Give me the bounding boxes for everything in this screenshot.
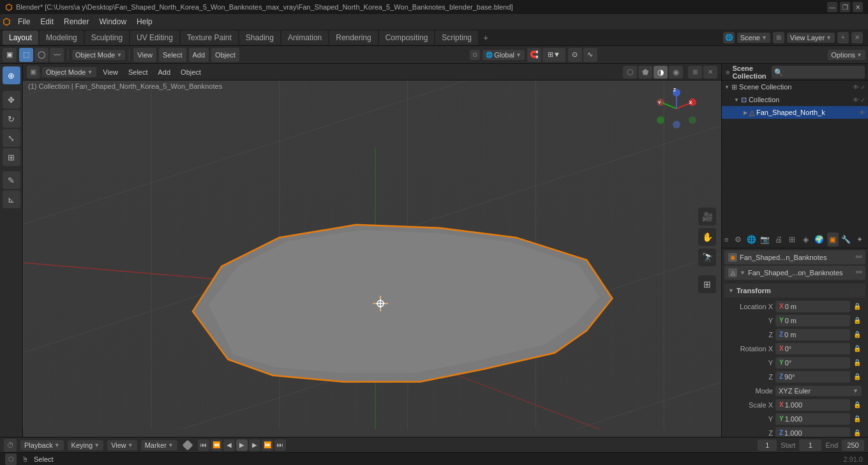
tab-rendering[interactable]: Rendering <box>329 31 377 45</box>
location-z-value[interactable]: Z 0 m <box>775 329 850 340</box>
close-button[interactable]: ✕ <box>853 2 863 12</box>
jump-start-button[interactable]: ⏮ <box>198 439 209 451</box>
viewport-overlay-button[interactable]: ⊞ <box>688 66 702 79</box>
proportional-falloff-icon[interactable]: ∿ <box>583 48 597 62</box>
tab-sculpting[interactable]: Sculpting <box>85 31 129 45</box>
timeline-editor-icon[interactable]: ⏱ <box>4 439 17 452</box>
viewport-mode-dropdown[interactable]: Object Mode ▼ <box>42 67 96 77</box>
transform-options-icon[interactable]: ⋮⋮ <box>850 287 862 294</box>
view-dropdown[interactable]: View ▼ <box>107 440 137 450</box>
scale-z-lock-icon[interactable]: 🔒 <box>853 429 862 438</box>
box-select-tool[interactable]: ⬚ <box>19 48 33 62</box>
xray-toggle[interactable]: ✕ <box>703 66 717 79</box>
object-tab-active[interactable]: ▣ <box>827 232 839 247</box>
solid-shading-button[interactable]: ⬟ <box>638 66 652 79</box>
outliner-body[interactable]: ▼ ⊞ Scene Collection 👁 ✓ ▼ ⊡ Collection … <box>722 80 868 232</box>
rotation-x-lock-icon[interactable]: 🔒 <box>853 344 862 353</box>
scale-y-value[interactable]: Y 1.000 <box>775 413 850 425</box>
playback-dropdown[interactable]: Playback ▼ <box>20 440 64 450</box>
scale-tool-button[interactable]: ⤡ <box>3 129 20 147</box>
rotation-z-value[interactable]: Z 90° <box>775 371 850 383</box>
add-workspace-tab[interactable]: + <box>479 31 492 44</box>
outliner-editor-icon[interactable]: ≡ <box>726 68 730 76</box>
object-name-fake-user[interactable]: ⚯ <box>856 253 862 261</box>
tab-uv-editing[interactable]: UV Editing <box>130 31 179 45</box>
location-x-lock-icon[interactable]: 🔒 <box>853 302 862 311</box>
menu-file[interactable]: File <box>13 16 35 27</box>
location-x-value[interactable]: X 0 m <box>775 301 850 312</box>
transform-tool-button[interactable]: ⊞ <box>3 148 20 166</box>
next-keyframe-button[interactable]: ⏩ <box>262 439 273 451</box>
start-frame-input[interactable] <box>799 439 821 451</box>
scale-x-lock-icon[interactable]: 🔒 <box>853 400 862 409</box>
rotation-y-lock-icon[interactable]: 🔒 <box>853 358 862 367</box>
menu-help[interactable]: Help <box>131 16 158 27</box>
proportional-off-icon[interactable]: ⊙ <box>568 48 582 62</box>
rotate-tool-button[interactable]: ↻ <box>3 110 20 128</box>
viewport-select-menu[interactable]: Select <box>124 67 152 77</box>
outliner-item-scene-collection[interactable]: ▼ ⊞ Scene Collection 👁 ✓ <box>722 80 868 93</box>
visibility-icon[interactable]: 👁 <box>853 84 859 91</box>
outliner-item-fan-shaped[interactable]: ▶ △ Fan_Shaped_North_k 👁 <box>722 106 868 119</box>
rendered-shading-button[interactable]: ◉ <box>669 66 683 79</box>
tab-texture-paint[interactable]: Texture Paint <box>181 31 238 45</box>
material-preview-button[interactable]: ◑ <box>654 66 668 79</box>
play-button[interactable]: ▶ <box>236 439 248 451</box>
viewport-view-menu[interactable]: View <box>99 67 122 77</box>
add-viewlayer-button[interactable]: + <box>837 32 849 43</box>
editor-type-menu[interactable]: ▣ <box>27 66 40 79</box>
viewport-add-menu[interactable]: Add <box>154 67 175 77</box>
viewlayer-options-button[interactable]: ✕ <box>851 32 863 43</box>
view-menu-button[interactable]: View <box>133 48 156 62</box>
menu-render[interactable]: Render <box>59 16 94 27</box>
next-frame-button[interactable]: ▶ <box>249 439 260 451</box>
annotate-tool-button[interactable]: ✎ <box>3 171 20 189</box>
data-block-dropdown-arrow[interactable]: ▼ <box>740 270 745 276</box>
rotation-y-value[interactable]: Y 0° <box>775 357 850 369</box>
proportional-edit-icon[interactable]: ⊙ <box>470 50 480 60</box>
snap-toggle[interactable]: 🧲 <box>527 48 541 62</box>
data-block-link-icon[interactable]: ⚯ <box>856 268 862 277</box>
exclude-icon[interactable]: ✓ <box>860 84 865 91</box>
rotation-mode-dropdown[interactable]: XYZ Euler ▼ <box>775 386 862 396</box>
viewlayer-dropdown[interactable]: View Layer ▼ <box>787 33 835 43</box>
maximize-button[interactable]: ❐ <box>840 2 850 12</box>
menu-window[interactable]: Window <box>94 16 131 27</box>
prev-frame-button[interactable]: ◀ <box>223 439 235 451</box>
view-layer-tab[interactable]: ⊞ <box>786 232 798 247</box>
world-tab[interactable]: 🌍 <box>813 232 825 247</box>
toggle-overlays-button[interactable]: ⊞ <box>698 275 716 293</box>
active-tool-tab[interactable]: ⚙ <box>732 232 744 247</box>
tab-animation[interactable]: Animation <box>281 31 328 45</box>
location-z-lock-icon[interactable]: 🔒 <box>853 330 862 339</box>
outliner-item-collection[interactable]: ▼ ⊡ Collection 👁 ✓ <box>722 93 868 106</box>
outliner-search-input[interactable] <box>772 66 865 79</box>
viewport-object-menu[interactable]: Object <box>177 67 205 77</box>
scene-dropdown[interactable]: Scene ▼ <box>737 33 770 43</box>
measure-tool-button[interactable]: ⊾ <box>3 190 20 208</box>
collection-check-icon[interactable]: ✓ <box>860 96 865 103</box>
tab-scripting[interactable]: Scripting <box>435 31 478 45</box>
rotation-z-lock-icon[interactable]: 🔒 <box>853 372 862 381</box>
orbit-button[interactable]: 🔭 <box>698 248 716 266</box>
minimize-button[interactable]: — <box>827 2 837 12</box>
lasso-select-tool[interactable]: 〰 <box>50 48 64 62</box>
snap-options-button[interactable]: ⊞▼ <box>542 48 565 62</box>
tab-shading[interactable]: Shading <box>239 31 280 45</box>
object-mode-dropdown[interactable]: Object Mode ▼ <box>72 50 125 60</box>
end-frame-input[interactable] <box>842 439 864 451</box>
add-menu-button[interactable]: Add <box>189 48 209 62</box>
pan-button[interactable]: ✋ <box>698 228 716 246</box>
options-dropdown[interactable]: Options ▼ <box>828 50 865 60</box>
object-menu-button[interactable]: Object <box>211 48 239 62</box>
jump-end-button[interactable]: ⏭ <box>274 439 286 451</box>
tab-layout[interactable]: Layout <box>3 31 38 45</box>
move-tool-button[interactable]: ✥ <box>3 91 20 109</box>
scale-z-value[interactable]: Z 1.000 <box>775 427 850 438</box>
editor-type-icon[interactable]: ▣ <box>3 48 17 62</box>
marker-dropdown[interactable]: Marker ▼ <box>141 440 177 450</box>
location-y-lock-icon[interactable]: 🔒 <box>853 316 862 325</box>
navigation-gizmo[interactable]: X Z Y <box>651 83 702 134</box>
prev-keyframe-button[interactable]: ⏪ <box>211 439 222 451</box>
render-tab[interactable]: 📷 <box>760 232 771 247</box>
